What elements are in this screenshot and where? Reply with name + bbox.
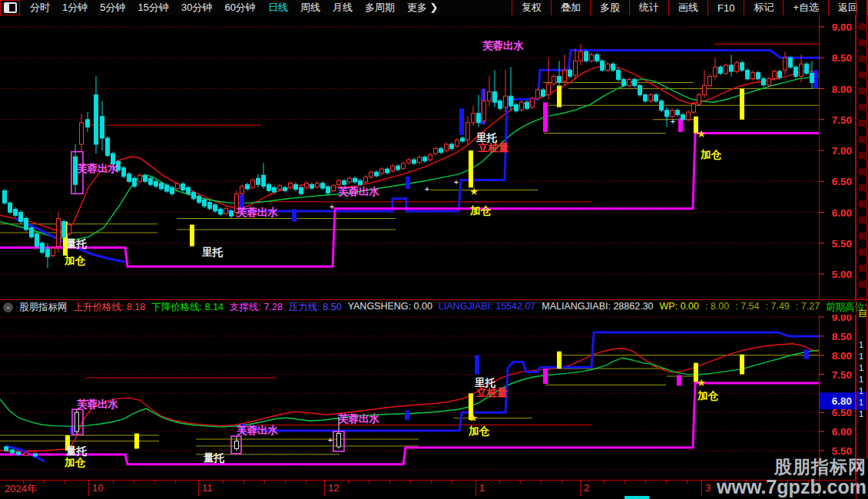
menu-item-action-0[interactable]: 复权 <box>512 0 551 15</box>
candle-body <box>396 166 400 170</box>
chart-annotation: 芙蓉出水 <box>337 413 380 425</box>
candle-body <box>251 180 255 188</box>
timeline-separator <box>580 481 581 496</box>
candle-body <box>671 111 674 117</box>
candle-body <box>316 183 320 187</box>
menu-item-period-6[interactable]: 日线 <box>263 1 293 15</box>
candle-body <box>5 447 8 451</box>
timeline-separator <box>475 481 476 496</box>
candle-body <box>649 95 653 101</box>
candle-body <box>94 95 98 144</box>
candle-body <box>369 172 373 177</box>
menu-item-action-4[interactable]: 画线 <box>668 0 707 15</box>
axis-label: 9.00 <box>832 315 852 323</box>
watermark: 股朋指标网 www.7gpzb.com <box>717 458 866 497</box>
candle-body <box>165 185 169 191</box>
candle-body <box>219 209 223 213</box>
menu-item-period-9[interactable]: 多周期 <box>359 1 400 15</box>
candle-body <box>235 441 239 449</box>
main-chart[interactable]: ++++★★芙蓉出水量托加仓里托芙蓉出水芙蓉出水芙蓉出水加仓里托立桩量加仓9.0… <box>0 15 868 299</box>
candle-body <box>19 213 23 222</box>
candle-body <box>128 174 131 182</box>
menu-item-period-10[interactable]: 更多 ❯ <box>402 1 444 15</box>
star-marker: ★ <box>697 377 706 388</box>
sidebar-count: 1 <box>859 363 863 372</box>
marker-bar <box>405 411 409 420</box>
indicator-field: : 7.54 <box>735 301 759 314</box>
candle-body <box>805 64 809 73</box>
menu-item-period-4[interactable]: 30分钟 <box>176 1 217 15</box>
watermark-site-name: 股朋指标网 <box>717 458 866 477</box>
chart-annotation: 量托 <box>65 238 88 250</box>
menu-item-period-8[interactable]: 月线 <box>327 1 358 15</box>
right-sidebar[interactable]: 自1111111 <box>856 0 868 499</box>
candle-body <box>17 452 21 454</box>
menu-item-action-6[interactable]: 标记 <box>744 0 783 15</box>
menu-item-period-2[interactable]: 5分钟 <box>94 1 131 15</box>
sidebar-count: 1 <box>859 409 863 418</box>
menu-item-action-5[interactable]: F10 <box>707 0 744 15</box>
timeline-tick <box>520 481 521 484</box>
watermark-url: www.7gpzb.com <box>717 477 866 497</box>
menu-item-period-7[interactable]: 周线 <box>295 1 326 15</box>
indicator-line-0 <box>0 66 819 233</box>
sidebar-count: 1 <box>859 386 863 395</box>
indicator-field: 上升价格线: 8.18 <box>74 301 146 314</box>
candle-body <box>310 184 314 188</box>
candle-body <box>735 63 739 71</box>
menu-item-action-1[interactable]: 叠加 <box>551 0 590 15</box>
marker-bar <box>740 355 744 375</box>
marker-bar <box>557 352 562 368</box>
candle-body <box>300 187 303 193</box>
chart-annotation: 芙蓉出水 <box>76 398 119 410</box>
candle-body <box>466 123 470 140</box>
doji-cross: + <box>454 177 459 187</box>
candle-body <box>144 175 147 181</box>
timeline-label-1: 10 <box>92 482 103 494</box>
candle-body <box>380 169 384 173</box>
menu-item-period-5[interactable]: 60分钟 <box>219 1 260 15</box>
candle-body <box>402 164 406 168</box>
candle-body <box>606 64 610 70</box>
chart-annotation: 里托 <box>201 246 224 258</box>
sidebar-count: 1 <box>859 398 863 407</box>
indicator-line-0 <box>0 344 819 451</box>
doji-cross: + <box>328 435 333 444</box>
candle-body <box>439 149 443 153</box>
indicator-line-4 <box>0 383 819 464</box>
layout-icon[interactable] <box>0 0 20 15</box>
timeline-label-6: 3 <box>705 482 711 494</box>
panel2-header: ⌄ 股朋指标网 上升价格线: 8.18下降价格线: 8.14支撑线: 7.28压… <box>0 299 868 315</box>
candle-body <box>628 79 631 85</box>
candle-body <box>214 205 217 211</box>
axis-label: 7.50 <box>832 114 852 126</box>
candle-body <box>11 450 15 453</box>
candle-body <box>536 90 540 98</box>
chart-annotation: 加仓 <box>64 255 86 266</box>
bottom-strip-marker <box>624 496 649 499</box>
menu-item-period-3[interactable]: 15分钟 <box>132 1 174 15</box>
menu-item-action-3[interactable]: 统计 <box>629 0 668 15</box>
indicator-field: LIANGJIABI: 15542.07 <box>439 301 535 314</box>
indicator-source-title[interactable]: 股朋指标网 <box>19 301 68 314</box>
candle-body <box>579 51 583 61</box>
candle-body <box>692 104 696 112</box>
menu-item-period-0[interactable]: 分时 <box>25 1 55 15</box>
marker-bar <box>677 375 681 386</box>
menu-item-action-2[interactable]: 多股 <box>590 0 629 15</box>
indicator-chart[interactable]: +★★芙蓉出水量托加仓量托芙蓉出水芙蓉出水里托立桩量加仓加仓9.008.508.… <box>0 315 868 480</box>
candle-body <box>800 64 803 76</box>
candle-body <box>542 90 545 96</box>
candle-body <box>547 84 551 94</box>
menu-item-period-1[interactable]: 1分钟 <box>57 1 93 15</box>
candle-body <box>574 61 578 75</box>
timeline-tick <box>431 481 432 484</box>
candle-body <box>30 228 34 237</box>
marker-bar <box>406 177 410 189</box>
chevron-down-icon[interactable]: ⌄ <box>3 302 13 312</box>
candle-body <box>106 138 110 156</box>
candle-body <box>154 181 158 186</box>
sidebar-highlight-char: 自 <box>858 307 867 320</box>
menu-item-action-7[interactable]: +自选 <box>783 0 828 15</box>
app-root: 分时1分钟5分钟15分钟30分钟60分钟日线周线月线多周期更多 ❯ 复权叠加多股… <box>0 0 868 499</box>
